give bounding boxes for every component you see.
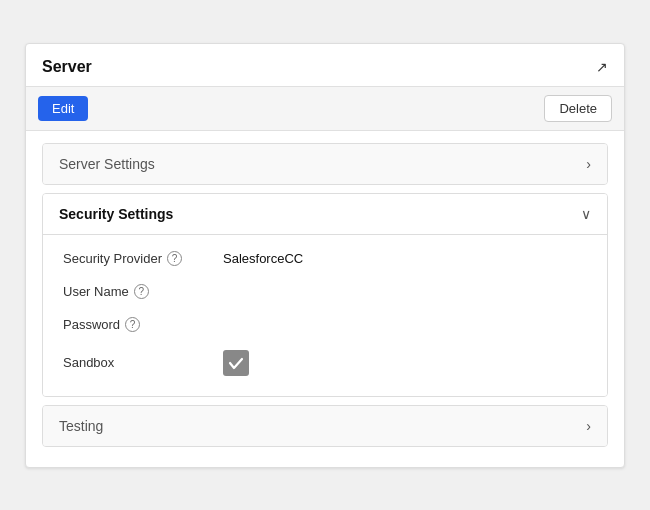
- server-settings-section: Server Settings ›: [42, 143, 608, 185]
- username-label: User Name ?: [63, 284, 223, 299]
- server-settings-title: Server Settings: [59, 156, 155, 172]
- password-row: Password ?: [63, 317, 587, 332]
- password-help-icon[interactable]: ?: [125, 317, 140, 332]
- sandbox-checkbox[interactable]: [223, 350, 249, 376]
- security-provider-row: Security Provider ? SalesforceCC: [63, 251, 587, 266]
- security-provider-label: Security Provider ?: [63, 251, 223, 266]
- server-settings-header[interactable]: Server Settings ›: [43, 144, 607, 184]
- security-provider-value: SalesforceCC: [223, 251, 303, 266]
- external-link-icon[interactable]: ↗: [596, 59, 608, 75]
- card-header: Server ↗: [26, 44, 624, 86]
- testing-chevron: ›: [586, 418, 591, 434]
- security-settings-section: Security Settings ∨ Security Provider ? …: [42, 193, 608, 397]
- username-row: User Name ?: [63, 284, 587, 299]
- security-settings-title: Security Settings: [59, 206, 173, 222]
- security-settings-body: Security Provider ? SalesforceCC User Na…: [43, 235, 607, 396]
- edit-button[interactable]: Edit: [38, 96, 88, 121]
- delete-button[interactable]: Delete: [544, 95, 612, 122]
- testing-header[interactable]: Testing ›: [43, 406, 607, 446]
- password-label: Password ?: [63, 317, 223, 332]
- sections-container: Server Settings › Security Settings ∨ Se…: [26, 131, 624, 467]
- testing-section: Testing ›: [42, 405, 608, 447]
- main-card: Server ↗ Edit Delete Server Settings › S…: [25, 43, 625, 468]
- sandbox-row: Sandbox: [63, 350, 587, 376]
- security-provider-help-icon[interactable]: ?: [167, 251, 182, 266]
- testing-title: Testing: [59, 418, 103, 434]
- security-settings-chevron: ∨: [581, 206, 591, 222]
- username-help-icon[interactable]: ?: [134, 284, 149, 299]
- page-title: Server: [42, 58, 92, 76]
- security-settings-header[interactable]: Security Settings ∨: [43, 194, 607, 235]
- server-settings-chevron: ›: [586, 156, 591, 172]
- sandbox-label: Sandbox: [63, 355, 223, 370]
- toolbar: Edit Delete: [26, 86, 624, 131]
